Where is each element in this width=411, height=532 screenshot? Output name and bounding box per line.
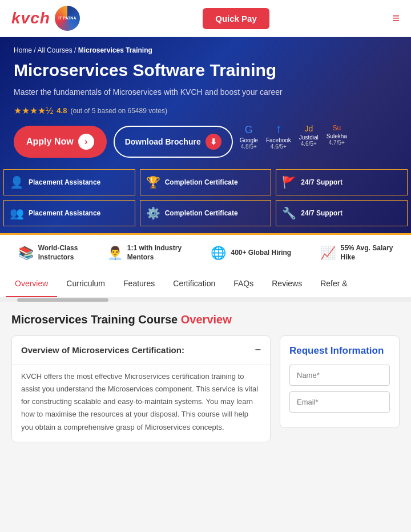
- salary-label: 55% Avg. SalaryHike: [340, 244, 393, 262]
- quick-pay-button[interactable]: Quick Pay: [203, 8, 269, 29]
- content-columns: Overview of Microservices Certification:…: [11, 335, 400, 451]
- tab-certification[interactable]: Certification: [164, 271, 224, 297]
- hiring-icon: 🌐: [211, 246, 226, 261]
- apply-arrow-icon: ›: [78, 134, 94, 150]
- sulekha-name: Sulekha: [327, 133, 347, 139]
- mentors-icon: 👨‍💼: [107, 246, 123, 261]
- facebook-rating: f Facebook 4.6/5+: [266, 124, 291, 150]
- justdial-icon: Jd: [304, 124, 313, 133]
- email-input[interactable]: [289, 391, 390, 413]
- rating-value: 4.8: [57, 106, 67, 115]
- google-name: Google: [240, 137, 258, 143]
- feature-placement-2: 👥 Placement Assistance: [3, 200, 135, 226]
- stat-hiring: 🌐 400+ Global Hiring: [211, 246, 291, 261]
- sulekha-icon: Su: [332, 124, 341, 132]
- tab-refer[interactable]: Refer &: [311, 271, 356, 297]
- stats-bar: 📚 World-ClassInstructors 👨‍💼 1:1 with In…: [0, 233, 411, 271]
- hero-subtitle: Master the fundamentals of Microservices…: [14, 86, 397, 98]
- sulekha-score: 4.7/5+: [329, 139, 345, 146]
- placement-icon-2: 👥: [10, 206, 24, 220]
- navigation-tabs: Overview Curriculum Features Certificati…: [0, 271, 411, 298]
- certificate-icon-2: ⚙️: [146, 206, 160, 220]
- hero-buttons: Apply Now › Download Brochure ⬇ G Google…: [14, 124, 397, 159]
- facebook-name: Facebook: [266, 137, 291, 143]
- instructors-icon: 📚: [18, 246, 34, 261]
- support-icon-2: 🔧: [282, 206, 296, 220]
- scroll-thumb: [17, 298, 108, 302]
- request-title: Request Information: [289, 345, 390, 357]
- hero-section: Home / All Courses / Microservices Train…: [0, 37, 411, 233]
- stat-salary: 📈 55% Avg. SalaryHike: [320, 244, 393, 262]
- overview-header: Overview of Microservices Certification:…: [12, 336, 270, 364]
- tab-features[interactable]: Features: [114, 271, 164, 297]
- overview-card-title: Overview of Microservices Certification:: [21, 345, 184, 355]
- facebook-score: 4.6/5+: [271, 143, 287, 150]
- overview-body: KVCH offers the most effective Microserv…: [12, 364, 270, 441]
- logo-area: kvch IT PATNA: [11, 6, 80, 31]
- stat-mentors: 👨‍💼 1:1 with IndustryMentors: [107, 244, 182, 262]
- mentors-label: 1:1 with IndustryMentors: [127, 244, 182, 262]
- kvch-logo: kvch: [11, 9, 50, 27]
- name-input[interactable]: [289, 365, 390, 386]
- collapse-button[interactable]: −: [255, 344, 261, 356]
- placement-icon-1: 👤: [10, 175, 24, 189]
- feature-certificate-2: ⚙️ Completion Certificate: [140, 200, 272, 226]
- download-icon: ⬇: [206, 134, 221, 150]
- google-icon: G: [245, 124, 253, 136]
- feature-support-2: 🔧 24/7 Support: [276, 200, 408, 226]
- feature-support-1: 🚩 24/7 Support: [276, 169, 408, 195]
- hamburger-icon[interactable]: ≡: [392, 11, 400, 26]
- apply-now-button[interactable]: Apply Now ›: [14, 126, 107, 158]
- justdial-rating: Jd Justdial 4.6/5+: [299, 124, 319, 150]
- justdial-score: 4.6/5+: [301, 141, 317, 147]
- overview-card: Overview of Microservices Certification:…: [11, 335, 271, 442]
- it-patna-logo: IT PATNA: [55, 6, 80, 31]
- star-icons: ★★★★½: [14, 105, 53, 116]
- google-score: 4.8/5+: [241, 143, 257, 150]
- feature-certificate-1: 🏆 Completion Certificate: [140, 169, 272, 195]
- hiring-label: 400+ Global Hiring: [231, 249, 291, 258]
- section-title: Microservices Training Course Overview: [11, 313, 400, 326]
- tab-curriculum[interactable]: Curriculum: [57, 271, 114, 297]
- request-info-card: Request Information: [280, 335, 400, 428]
- support-icon-1: 🚩: [282, 175, 296, 189]
- social-ratings: G Google 4.8/5+ f Facebook 4.6/5+ Jd Jus…: [240, 124, 347, 150]
- google-rating: G Google 4.8/5+: [240, 124, 258, 150]
- rating-detail: (out of 5 based on 65489 votes): [70, 107, 167, 115]
- tab-reviews[interactable]: Reviews: [263, 271, 311, 297]
- justdial-name: Justdial: [299, 134, 319, 141]
- hero-title: Microservices Software Training: [14, 60, 397, 81]
- content-left: Overview of Microservices Certification:…: [11, 335, 271, 451]
- tab-overview[interactable]: Overview: [6, 271, 57, 297]
- main-content: Microservices Training Course Overview O…: [0, 302, 411, 462]
- certificate-icon-1: 🏆: [146, 175, 160, 189]
- rating-row: ★★★★½ 4.8 (out of 5 based on 65489 votes…: [14, 105, 397, 116]
- download-brochure-button[interactable]: Download Brochure ⬇: [114, 126, 233, 158]
- header: kvch IT PATNA Quick Pay ≡: [0, 0, 411, 37]
- facebook-icon: f: [277, 124, 280, 136]
- tab-faqs[interactable]: FAQs: [224, 271, 263, 297]
- salary-icon: 📈: [320, 246, 336, 261]
- stat-instructors: 📚 World-ClassInstructors: [18, 244, 78, 262]
- instructors-label: World-ClassInstructors: [38, 244, 78, 262]
- sulekha-rating: Su Sulekha 4.7/5+: [327, 124, 347, 150]
- content-right: Request Information: [280, 335, 400, 451]
- breadcrumb: Home / All Courses / Microservices Train…: [14, 46, 397, 54]
- feature-placement-1: 👤 Placement Assistance: [3, 169, 135, 195]
